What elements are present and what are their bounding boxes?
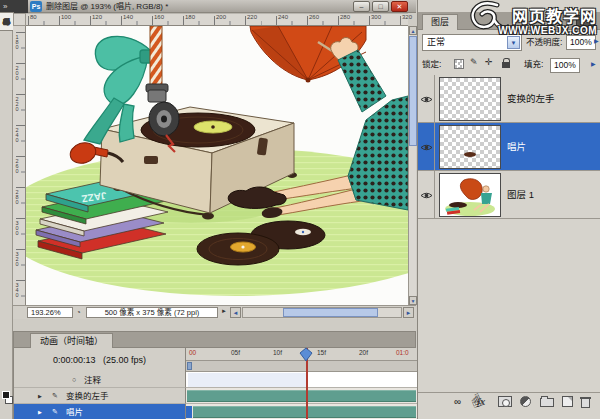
layer-name: 变换的左手 <box>507 75 555 123</box>
ruler-mark-00: 00 <box>189 349 196 356</box>
visibility-toggle[interactable] <box>418 75 435 123</box>
layer-row-layer1[interactable]: 图层 1 <box>418 171 600 219</box>
layers-panel-footer: ∞ fx <box>418 392 600 410</box>
top-ruler-label: 260 <box>309 14 319 20</box>
document-canvas[interactable]: JAZZ <box>26 26 408 305</box>
lock-all-icon[interactable] <box>502 62 510 68</box>
row-pen-icon: ✎ <box>52 388 58 404</box>
layer-row-record[interactable]: 唱片 <box>418 123 600 171</box>
vertical-scroll-thumb[interactable] <box>409 36 417 146</box>
ruler-mark-20f: 20f <box>359 349 368 356</box>
track-duration-bar[interactable] <box>193 406 416 418</box>
zoom-tool[interactable]: Q <box>0 13 13 30</box>
time-value: 0:00:00:13 <box>53 355 96 365</box>
blend-mode-row: 正常 ▼ 不透明度: 100% ▶ <box>418 30 600 55</box>
left-ruler: 180200220240260280300320340 <box>13 26 26 305</box>
adjustment-layer-icon[interactable] <box>520 396 531 407</box>
comments-track-segment <box>188 373 308 387</box>
scroll-right-icon[interactable]: ► <box>403 307 414 318</box>
eye-icon <box>420 95 433 104</box>
foreground-color-swatch[interactable] <box>2 391 10 399</box>
maximize-button[interactable]: □ <box>372 1 389 12</box>
timeline-row-record[interactable]: ▶ ✎ 唱片 <box>14 404 186 419</box>
top-ruler-label: 320 <box>402 14 412 20</box>
panel-menu-icon[interactable]: ≡ <box>576 15 594 27</box>
chevron-down-icon[interactable]: ▼ <box>507 36 520 49</box>
left-ruler-label: 300 <box>14 220 20 235</box>
top-ruler-label: 280 <box>340 14 350 20</box>
expander-icon[interactable]: ▶ <box>38 388 42 404</box>
track-duration-bar[interactable] <box>187 390 416 402</box>
layer-name: 唱片 <box>507 123 526 171</box>
layers-panel: 图层 ≡ 正常 ▼ 不透明度: 100% ▶ 锁定: ✎ ✛ 填充: 100% … <box>417 0 600 419</box>
left-hand-track[interactable] <box>186 388 417 404</box>
document-titlebar[interactable]: Ps 删除图层 @ 193% (唱片, RGB/8) * – □ ✕ <box>28 0 416 13</box>
status-menu-arrow-icon[interactable]: ► <box>221 308 227 314</box>
zoom-level-field[interactable]: 193.26% <box>27 307 73 318</box>
left-ruler-label: 280 <box>14 189 20 204</box>
timeline-row-comments[interactable]: ○ 注释 <box>14 372 186 388</box>
dock-collapse-chevrons-icon[interactable]: » <box>0 0 28 13</box>
document-status-bar: 193.26% ◔ 500 像素 x 375 像素 (72 ppi) ► ◄ ► <box>13 305 416 319</box>
canvas-artwork: JAZZ <box>26 26 408 305</box>
fill-slider-arrow-icon[interactable]: ▶ <box>591 57 596 72</box>
canvas-vertical-scrollbar[interactable]: ▲ ▼ <box>408 26 416 305</box>
expander-icon[interactable]: ▶ <box>38 404 42 419</box>
visibility-toggle[interactable] <box>418 171 435 219</box>
ps-app-icon: Ps <box>30 1 42 12</box>
comments-track[interactable] <box>186 372 417 388</box>
mini-record-shape <box>464 152 476 157</box>
tools-panel: ✛□ϱ✓▣✐✚✎S↺◪▤○◐✒T▶▬↻↺✥Q <box>0 13 13 419</box>
lock-transparency-icon[interactable] <box>454 59 464 69</box>
opacity-value-field[interactable]: 100% <box>566 35 596 50</box>
new-layer-icon[interactable] <box>562 396 573 407</box>
opacity-label: 不透明度: <box>526 34 562 51</box>
left-ruler-label: 180 <box>14 34 20 49</box>
delete-layer-icon[interactable] <box>581 399 590 408</box>
row-pen-icon: ✎ <box>52 404 58 419</box>
canvas-horizontal-scrollbar[interactable] <box>242 307 402 318</box>
tab-layers[interactable]: 图层 <box>422 14 458 30</box>
lock-paint-icon[interactable]: ✎ <box>470 57 478 67</box>
selected-track-chip <box>186 406 192 418</box>
add-layer-mask-icon[interactable] <box>498 396 512 407</box>
record-track[interactable] <box>186 404 417 419</box>
layer-thumbnail[interactable] <box>439 173 501 217</box>
document-info-field[interactable]: 500 像素 x 375 像素 (72 ppi) <box>86 307 218 318</box>
top-ruler-label: 180 <box>185 14 195 20</box>
timeline-work-area-bar[interactable] <box>186 361 417 372</box>
opacity-slider-arrow-icon[interactable]: ▶ <box>594 34 599 49</box>
fill-value-field[interactable]: 100% <box>550 58 580 73</box>
scroll-up-icon[interactable]: ▲ <box>409 26 417 35</box>
top-ruler-label: 240 <box>278 14 288 20</box>
scroll-down-icon[interactable]: ▼ <box>409 296 417 305</box>
work-area-start-marker[interactable] <box>187 362 192 370</box>
timeline-current-time: 0:00:00:13 (25.00 fps) <box>14 348 186 372</box>
close-button[interactable]: ✕ <box>391 1 408 12</box>
comments-icon: ○ <box>72 372 76 388</box>
document-title: 删除图层 @ 193% (唱片, RGB/8) * <box>46 0 168 13</box>
tab-animation-timeline[interactable]: 动画（时间轴） <box>30 333 113 348</box>
top-ruler-label: 100 <box>61 14 71 20</box>
horizontal-scroll-thumb[interactable] <box>283 308 378 317</box>
lock-move-icon[interactable]: ✛ <box>485 57 493 67</box>
top-ruler-label: 300 <box>371 14 381 20</box>
visibility-toggle[interactable] <box>418 123 435 171</box>
ruler-mark-01s: 01:0 <box>396 349 409 356</box>
fps-value: (25.00 fps) <box>103 355 146 365</box>
layer-thumbnail[interactable] <box>439 77 501 121</box>
fill-label: 填充: <box>524 56 543 73</box>
new-group-icon[interactable] <box>540 398 554 407</box>
timeline-tabstrip: 动画（时间轴） <box>14 332 415 348</box>
layer-thumbnail[interactable] <box>439 125 501 169</box>
left-ruler-label: 220 <box>14 96 20 111</box>
ruler-corner <box>13 13 26 26</box>
scroll-left-icon[interactable]: ◄ <box>230 307 241 318</box>
link-layers-icon[interactable]: ∞ <box>454 396 461 408</box>
timeline-row-left-hand[interactable]: ▶ ✎ 变换的左手 <box>14 388 186 404</box>
playhead-handle[interactable] <box>298 347 314 362</box>
blend-mode-select[interactable]: 正常 ▼ <box>422 34 522 51</box>
minimize-button[interactable]: – <box>353 1 370 12</box>
eye-icon <box>420 191 433 200</box>
layer-row-left-hand[interactable]: 变换的左手 <box>418 75 600 123</box>
